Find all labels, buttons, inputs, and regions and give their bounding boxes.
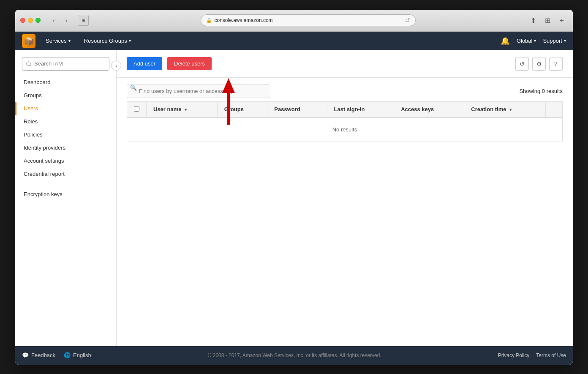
lock-icon: 🔒 (206, 18, 212, 23)
add-user-label: Add user (133, 60, 155, 67)
creation-time-column-header[interactable]: Creation time ▾ (464, 101, 546, 117)
sidebar-collapse-area: ‹ (111, 60, 121, 71)
services-nav[interactable]: Services ▾ (42, 36, 74, 46)
no-results-text: No results (332, 126, 357, 133)
gear-icon: ⚙ (536, 60, 542, 67)
minimize-button[interactable] (28, 18, 33, 23)
sidebar-item-account-settings[interactable]: Account settings (15, 154, 116, 167)
notifications-button[interactable]: 🔔 (501, 36, 510, 46)
filter-search-icon: 🔍 (130, 85, 137, 91)
add-user-button[interactable]: Add user (127, 57, 162, 70)
dashboard-label: Dashboard (24, 79, 51, 85)
feedback-button[interactable]: 💬 Feedback (22, 352, 55, 358)
groups-column-header: Groups (217, 101, 267, 117)
sidebar-item-groups[interactable]: Groups (15, 89, 116, 102)
new-tab-button[interactable]: ＋ (556, 14, 568, 26)
close-button[interactable] (20, 18, 25, 23)
language-label: English (73, 352, 91, 358)
password-col-label: Password (274, 106, 300, 112)
support-label: Support (543, 38, 562, 44)
table-body: No results (127, 117, 563, 142)
add-tab-button[interactable]: ⊞ (542, 14, 553, 26)
refresh-icon: ↺ (520, 60, 525, 67)
sidebar-item-dashboard[interactable]: Dashboard (15, 76, 116, 89)
sidebar-search-input[interactable] (22, 57, 109, 71)
address-bar[interactable]: 🔒 console.aws.amazon.com ↺ (201, 14, 416, 26)
no-results-cell: No results (127, 117, 563, 142)
topnav-right: 🔔 Global ▾ Support ▾ (501, 36, 566, 46)
sidebar-search-wrapper (15, 57, 116, 76)
maximize-button[interactable] (35, 18, 41, 23)
help-icon: ? (554, 60, 558, 67)
feedback-label: Feedback (31, 352, 55, 358)
terms-of-use-link[interactable]: Terms of Use (536, 352, 566, 358)
aws-topnav: 📦 Services ▾ Resource Groups ▾ 🔔 Global … (15, 32, 573, 50)
global-nav[interactable]: Global ▾ (517, 38, 536, 44)
no-results-row: No results (127, 117, 563, 142)
global-label: Global (517, 38, 533, 44)
content-area: Add user Delete users ↺ ⚙ ? (117, 50, 573, 346)
bell-icon: 🔔 (501, 36, 510, 46)
users-label: Users (24, 105, 38, 112)
select-all-checkbox[interactable] (134, 106, 139, 112)
username-sort-icon: ▾ (185, 107, 187, 112)
filter-input-wrapper: 🔍 (127, 85, 270, 98)
browser-titlebar: ‹ › ⊞ 🔒 console.aws.amazon.com ↺ ⬆ ⊞ ＋ (15, 10, 573, 32)
sidebar-item-encryption-keys[interactable]: Encryption keys (15, 188, 116, 201)
access-keys-col-label: Access keys (401, 106, 434, 112)
resource-groups-nav[interactable]: Resource Groups ▾ (81, 36, 134, 46)
aws-logo[interactable]: 📦 (22, 34, 35, 48)
filter-bar: 🔍 Showing 0 results (127, 85, 563, 98)
delete-users-button[interactable]: Delete users (167, 57, 212, 70)
last-signin-col-label: Last sign-in (334, 106, 365, 112)
forward-button[interactable]: › (61, 15, 72, 26)
toolbar-right: ↺ ⚙ ? (515, 57, 563, 71)
credential-report-label: Credential report (24, 171, 65, 177)
sidebar-item-users[interactable]: Users (15, 102, 116, 115)
username-label: User name (153, 106, 181, 112)
policies-label: Policies (24, 131, 43, 138)
delete-users-label: Delete users (174, 60, 205, 67)
support-nav[interactable]: Support ▾ (543, 38, 566, 44)
tab-view[interactable]: ⊞ (78, 15, 89, 26)
browser-window: ‹ › ⊞ 🔒 console.aws.amazon.com ↺ ⬆ ⊞ ＋ 📦… (15, 10, 573, 365)
select-all-checkbox-header[interactable] (127, 101, 147, 117)
collapse-sidebar-button[interactable]: ‹ (111, 60, 121, 71)
url-text: console.aws.amazon.com (215, 17, 273, 23)
address-bar-container: 🔒 console.aws.amazon.com ↺ (93, 14, 523, 26)
browser-tab-bar: ⊞ (78, 15, 89, 26)
global-chevron-icon: ▾ (534, 38, 536, 43)
creation-time-col-label: Creation time (471, 106, 506, 112)
help-button[interactable]: ? (549, 57, 563, 71)
sidebar-item-roles[interactable]: Roles (15, 115, 116, 128)
footer-right: Privacy Policy Terms of Use (498, 352, 566, 358)
privacy-policy-link[interactable]: Privacy Policy (498, 352, 530, 358)
creation-time-sort-icon: ▾ (509, 107, 512, 112)
users-table: User name ▾ Groups Password Last sign-in (127, 101, 563, 142)
copyright-text: © 2008 - 2017, Amazon Web Services, Inc.… (208, 352, 381, 358)
language-selector[interactable]: 🌐 English (64, 352, 91, 358)
sidebar-item-credential-report[interactable]: Credential report (15, 167, 116, 180)
user-filter-input[interactable] (127, 85, 270, 98)
username-column-header[interactable]: User name ▾ (147, 101, 218, 117)
share-button[interactable]: ⬆ (527, 14, 539, 26)
services-chevron-icon: ▾ (68, 38, 71, 43)
back-button[interactable]: ‹ (48, 15, 59, 26)
groups-label: Groups (24, 92, 42, 98)
refresh-button[interactable]: ↺ (515, 57, 529, 71)
encryption-keys-label: Encryption keys (24, 191, 63, 197)
sidebar: ‹ Dashboard Groups Users Roles Policies (15, 50, 117, 346)
content-toolbar: Add user Delete users ↺ ⚙ ? (117, 50, 573, 78)
sidebar-item-policies[interactable]: Policies (15, 128, 116, 141)
sidebar-item-identity-providers[interactable]: Identity providers (15, 141, 116, 154)
actions-column-header (546, 101, 563, 117)
reload-icon[interactable]: ↺ (405, 17, 410, 24)
table-header: User name ▾ Groups Password Last sign-in (127, 101, 563, 117)
settings-button[interactable]: ⚙ (532, 57, 546, 71)
resource-groups-label: Resource Groups (84, 38, 127, 44)
page-footer: 💬 Feedback 🌐 English © 2008 - 2017, Amaz… (15, 346, 573, 365)
access-keys-column-header: Access keys (394, 101, 464, 117)
browser-actions: ⬆ ⊞ ＋ (527, 14, 568, 26)
browser-nav-buttons: ‹ › (48, 15, 72, 26)
sidebar-divider (22, 184, 109, 184)
